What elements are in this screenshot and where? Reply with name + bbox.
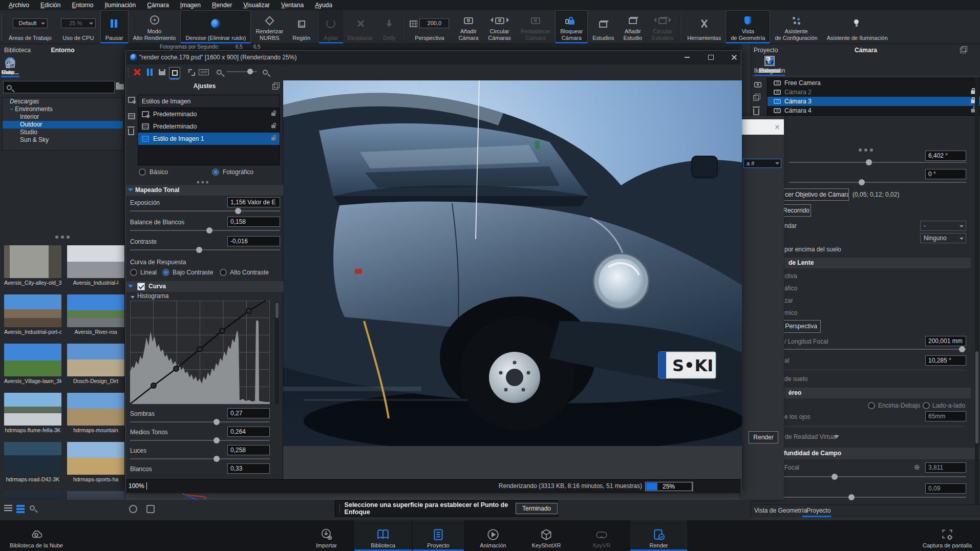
tree-item[interactable]: Studio	[3, 129, 123, 136]
tree-item[interactable]: Interior	[3, 113, 123, 121]
toolbar-value[interactable]: Default	[13, 18, 48, 28]
blancos-field[interactable]: 0,33	[227, 463, 270, 474]
perspective-radio-label[interactable]: ctiva	[784, 272, 797, 280]
zoom-level-field[interactable]: 100%	[129, 482, 144, 490]
environment-thumbnail[interactable]: hdrmaps-mountain	[67, 393, 124, 433]
region-button[interactable]: Región	[288, 10, 315, 44]
environment-thumbnail[interactable]: Aversis_Village-lawn_3k	[4, 344, 61, 384]
focal-length-field[interactable]: 200,001 mm	[925, 336, 966, 346]
menu-item[interactable]: Edición	[35, 1, 66, 10]
ajustes-scrollbar[interactable]	[275, 302, 279, 404]
collapse-chevron-icon[interactable]	[128, 188, 133, 194]
histogram-collapse-icon[interactable]	[131, 296, 135, 301]
next-arrow-icon[interactable]	[669, 17, 674, 23]
prev-arrow-icon[interactable]	[651, 17, 656, 23]
lens-settings-header[interactable]: de Lente	[784, 258, 971, 268]
zoom-out-icon[interactable]	[214, 67, 224, 77]
realtime-viewport-sliver[interactable]	[125, 493, 741, 500]
menu-item[interactable]: Ayuda	[309, 1, 338, 10]
toolbar-value[interactable]: 25 %	[61, 18, 96, 28]
over-under-radio[interactable]	[868, 402, 875, 409]
set-camera-target-button[interactable]: cer Objetivo de Cámara	[781, 188, 849, 201]
delete-style-icon[interactable]	[128, 129, 134, 135]
camera-row-camara-4[interactable]: Cámara 4	[768, 106, 980, 115]
dock-cloud-library[interactable]: Biblioteca de la Nube	[8, 520, 65, 551]
bajo-contraste-label[interactable]: Bajo Contraste	[173, 269, 213, 276]
environment-thumbnail[interactable]: Aversis_Industrial-l	[67, 245, 124, 286]
contraste-slider[interactable]	[130, 246, 280, 253]
zoom-in-icon[interactable]	[260, 67, 270, 77]
menu-item[interactable]: Entorno	[66, 1, 99, 10]
next-arrow-icon[interactable]	[506, 17, 512, 23]
render-nurbs[interactable]: Renderizar NURBS	[251, 10, 288, 44]
side-by-side-radio[interactable]	[923, 402, 930, 409]
bajo-contraste-radio[interactable]	[162, 269, 169, 276]
menu-item[interactable]: Imagen	[175, 1, 206, 10]
maximize-button[interactable]	[703, 52, 718, 62]
tab-favoritos[interactable]: Favo...	[0, 55, 20, 76]
dock-importar[interactable]: Importar	[302, 520, 351, 551]
zoom-slider[interactable]	[226, 71, 257, 73]
style-row-selected[interactable]: Estilo de Imagen 1	[138, 133, 280, 145]
style-row[interactable]: Predeterminado	[138, 108, 280, 120]
separator[interactable]	[680, 12, 681, 42]
pick-target-icon[interactable]: ⊕	[914, 463, 920, 471]
stereo-header[interactable]: éreo	[784, 388, 971, 398]
camera-twist-field[interactable]: 0 °	[925, 169, 966, 179]
cycle-cameras[interactable]: Circular Cámaras	[483, 10, 516, 44]
lineal-radio[interactable]	[130, 269, 137, 276]
camera-angle-slider[interactable]	[789, 159, 966, 166]
over-under-label[interactable]: Encima-Debajo	[878, 402, 920, 409]
setup-wizard[interactable]: Asistente de Configuración	[770, 10, 822, 44]
lineal-label[interactable]: Lineal	[140, 269, 157, 276]
popout-icon[interactable]	[960, 48, 966, 53]
menu-item[interactable]: Archivo	[3, 1, 35, 10]
orthographic-radio-label[interactable]: áfico	[784, 285, 797, 292]
region-render-button[interactable]	[169, 67, 180, 78]
toolbar-value[interactable]: 200,0	[419, 18, 449, 28]
fotografico-label[interactable]: Fotográfico	[223, 168, 253, 176]
reset-camera[interactable]: Restablecer Cámara	[516, 10, 556, 44]
library-search-input[interactable]	[3, 81, 115, 93]
camera-twist-slider[interactable]	[789, 179, 966, 186]
fotografico-radio[interactable]	[212, 168, 219, 176]
focal-distance-field[interactable]: 3,811	[925, 462, 966, 473]
dolly-button[interactable]: Dolly	[377, 10, 401, 44]
dock-biblioteca[interactable]: Biblioteca	[354, 520, 412, 551]
minimize-button[interactable]	[679, 52, 695, 62]
contraste-field[interactable]: -0,016	[227, 236, 280, 246]
add-camera[interactable]: Añadir Cámara	[454, 10, 483, 44]
splitter-dots[interactable]	[197, 181, 200, 184]
match-perspective-button[interactable]: Perspectiva	[781, 320, 821, 333]
fstop-slider[interactable]	[757, 494, 966, 501]
lighting-wizard[interactable]: Asistente de Iluminación	[822, 10, 892, 44]
pan-button[interactable]: Desplazar	[343, 10, 378, 44]
pause-button[interactable]: Pausar	[100, 10, 129, 44]
add-camera-icon[interactable]	[754, 82, 761, 87]
balance-slider[interactable]	[130, 227, 280, 234]
standard-dropdown[interactable]: -	[920, 221, 966, 231]
environment-thumbnail[interactable]: Dosch-Design_Dirt	[67, 344, 124, 384]
style-row[interactable]: Predeterminado	[138, 120, 280, 133]
add-image-style-icon[interactable]	[128, 97, 135, 103]
unlock-icon[interactable]	[271, 125, 275, 128]
splitter-dots[interactable]	[55, 236, 58, 239]
tumble-button[interactable]: Agitar	[319, 10, 343, 44]
basico-radio[interactable]	[139, 168, 146, 176]
stop-render-button[interactable]	[132, 67, 142, 77]
cycle-studios[interactable]: Circular Estudios	[647, 10, 678, 44]
orbit-icon[interactable]	[129, 505, 137, 513]
terminado-button[interactable]: Terminado	[516, 503, 558, 514]
geometry-view[interactable]: Vista de Geometría	[726, 10, 770, 44]
project-scrollbar[interactable]	[975, 78, 979, 505]
eye-distance-field[interactable]: 65mm	[925, 411, 966, 421]
menu-item[interactable]: Cámara	[141, 1, 175, 10]
studios-button[interactable]: Estudios	[588, 10, 619, 44]
focal-length-slider[interactable]	[757, 346, 966, 353]
shift-radio-label[interactable]: zar	[784, 297, 793, 304]
environment-thumbnail[interactable]: Aversis_Industrial-port-o...	[4, 294, 61, 335]
menu-item[interactable]: Render	[206, 1, 238, 10]
window-title-bar[interactable]: "render coche.179.psd" [1600 x 900] (Ren…	[126, 51, 741, 65]
environment-thumbnail[interactable]: hdrmaps-road-D42-3K	[4, 442, 61, 482]
fstop-field[interactable]: 0,09	[925, 483, 966, 494]
